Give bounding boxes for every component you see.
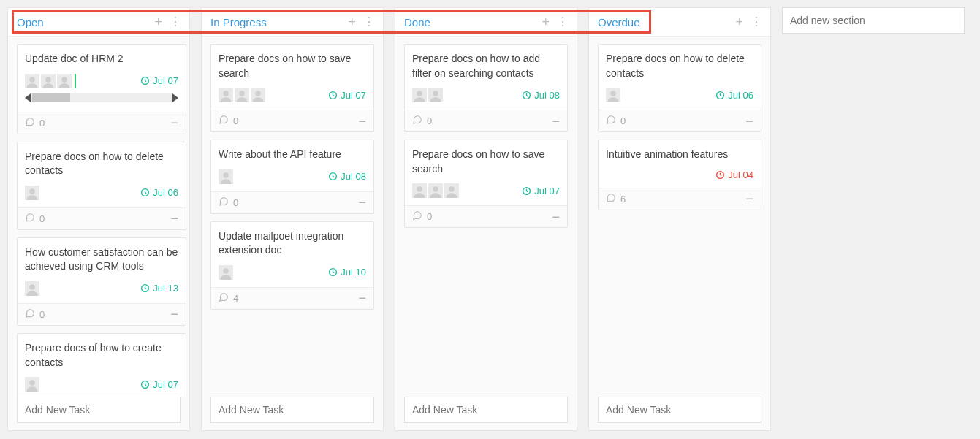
svg-point-22 — [433, 187, 438, 193]
task-card[interactable]: Update mailpoet integration extension do… — [210, 221, 374, 310]
svg-point-14 — [223, 172, 229, 178]
card-title: Intuitive animation features — [606, 148, 753, 162]
comment-icon — [219, 292, 229, 305]
task-card[interactable]: Write about the API featureJul 080− — [210, 140, 374, 214]
svg-point-1 — [45, 77, 51, 83]
card-title: Prepare docs on how to save search — [412, 148, 560, 176]
due-date: Jul 10 — [328, 267, 366, 278]
due-date-text: Jul 10 — [341, 267, 366, 278]
avatar — [235, 88, 249, 102]
dots-icon[interactable]: ⋮ — [751, 16, 761, 28]
task-card[interactable]: Prepare docs of how to create contactsJu… — [17, 333, 186, 397]
clock-icon — [715, 91, 725, 100]
column-header: Open+⋮ — [8, 8, 189, 37]
plus-icon[interactable]: + — [348, 15, 356, 28]
task-card[interactable]: Prepare docs on how to add filter on sea… — [404, 44, 568, 132]
column-title[interactable]: In Progress — [210, 16, 267, 28]
avatars — [412, 183, 459, 198]
task-list: Update doc of HRM 2Jul 070−Prepare docs … — [8, 37, 189, 397]
add-task-input[interactable] — [17, 397, 181, 423]
svg-point-16 — [223, 268, 229, 274]
horizontal-scrollbar[interactable] — [25, 93, 178, 103]
card-meta: Jul 04 — [606, 169, 753, 180]
avatar — [57, 74, 72, 88]
card-body: How customer satisfaction can be achieve… — [18, 238, 186, 303]
add-task-input[interactable] — [598, 397, 761, 423]
scroll-thumb[interactable] — [32, 93, 70, 102]
comments[interactable]: 0 — [219, 115, 238, 127]
comments[interactable]: 0 — [606, 115, 626, 127]
task-card[interactable]: How customer satisfaction can be achieve… — [17, 237, 186, 326]
arrow-right-icon[interactable] — [172, 93, 178, 102]
due-date-text: Jul 07 — [153, 379, 178, 390]
column-header-actions: +⋮ — [735, 15, 761, 28]
task-card[interactable]: Prepare docs on how to save searchJul 07… — [404, 140, 568, 228]
arrow-left-icon[interactable] — [25, 93, 31, 102]
card-meta: Jul 07 — [25, 74, 178, 88]
svg-point-11 — [239, 91, 245, 96]
avatars — [219, 265, 233, 280]
card-title: Prepare docs on how to delete contacts — [25, 150, 178, 178]
card-meta: Jul 07 — [219, 88, 366, 102]
card-meta: Jul 10 — [219, 265, 366, 280]
card-meta: Jul 08 — [219, 169, 366, 184]
task-card[interactable]: Prepare docs on how to delete contactsJu… — [598, 44, 761, 132]
comments[interactable]: 0 — [25, 213, 45, 225]
comments[interactable]: 0 — [25, 308, 45, 321]
plus-icon[interactable]: + — [154, 15, 162, 28]
comments[interactable]: 0 — [412, 210, 432, 223]
comment-icon — [606, 115, 616, 127]
column-title[interactable]: Open — [17, 16, 44, 28]
card-footer: 0− — [405, 205, 567, 227]
dots-icon[interactable]: ⋮ — [557, 16, 568, 28]
column: Open+⋮Update doc of HRM 2Jul 070−Prepare… — [7, 7, 190, 431]
avatar — [25, 281, 39, 296]
plus-icon[interactable]: + — [735, 15, 743, 28]
task-card[interactable]: Prepare docs on how to save searchJul 07… — [210, 44, 374, 132]
avatars — [25, 377, 39, 392]
comment-icon — [606, 193, 616, 205]
card-body: Prepare docs on how to delete contactsJu… — [599, 45, 761, 110]
task-list: Prepare docs on how to save searchJul 07… — [202, 37, 383, 397]
task-card[interactable]: Prepare docs on how to delete contactsJu… — [17, 142, 186, 230]
due-date: Jul 07 — [522, 186, 560, 196]
comments[interactable]: 0 — [25, 117, 45, 129]
card-title: Prepare docs on how to delete contacts — [606, 52, 753, 80]
card-meta: Jul 06 — [606, 88, 753, 102]
comments[interactable]: 0 — [219, 196, 238, 209]
avatars — [606, 88, 620, 102]
column-title[interactable]: Done — [404, 16, 430, 28]
svg-point-18 — [417, 91, 422, 96]
dots-icon[interactable]: ⋮ — [170, 16, 181, 28]
task-card[interactable]: Update doc of HRM 2Jul 070− — [17, 44, 186, 134]
add-section-input[interactable] — [782, 7, 965, 34]
column-header: Done+⋮ — [395, 8, 577, 37]
column-title[interactable]: Overdue — [598, 16, 640, 28]
avatar — [219, 88, 233, 102]
comments[interactable]: 6 — [606, 193, 626, 205]
add-task-wrap — [8, 397, 189, 423]
comments[interactable]: 0 — [412, 115, 432, 127]
card-footer: 0− — [18, 112, 186, 134]
plus-icon[interactable]: + — [542, 15, 550, 28]
kanban-board: Open+⋮Update doc of HRM 2Jul 070−Prepare… — [7, 7, 973, 431]
clock-icon — [140, 283, 150, 293]
dots-icon[interactable]: ⋮ — [363, 16, 374, 28]
comment-count: 0 — [233, 115, 238, 126]
comment-count: 0 — [427, 115, 432, 126]
scroll-track[interactable] — [31, 93, 172, 102]
add-task-input[interactable] — [404, 397, 568, 423]
due-date-text: Jul 08 — [534, 90, 560, 101]
svg-point-6 — [29, 284, 35, 290]
clock-icon — [522, 186, 531, 196]
column: Overdue+⋮Prepare docs on how to delete c… — [588, 7, 771, 431]
add-task-input[interactable] — [210, 397, 374, 423]
card-body: Update mailpoet integration extension do… — [211, 222, 373, 287]
svg-point-12 — [255, 91, 261, 96]
task-card[interactable]: Intuitive animation featuresJul 046− — [598, 140, 761, 210]
avatars — [25, 74, 76, 88]
card-title: How customer satisfaction can be achieve… — [25, 245, 178, 274]
comment-count: 0 — [39, 309, 45, 320]
comments[interactable]: 4 — [219, 292, 238, 305]
avatar — [251, 88, 265, 102]
